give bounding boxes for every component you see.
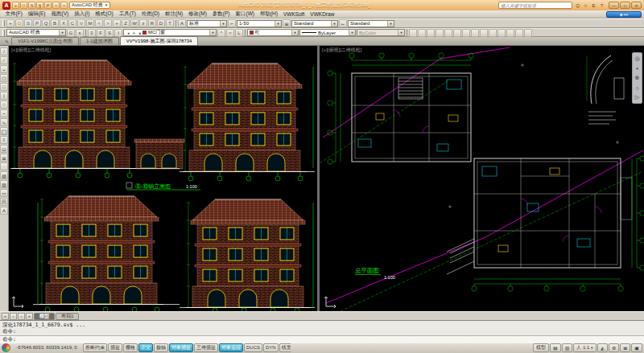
table-style-dropdown[interactable]: Standard▼	[291, 20, 338, 27]
circle-icon[interactable]: ○	[0, 101, 8, 109]
polyline-icon[interactable]: ᴗ	[0, 65, 8, 73]
new-icon[interactable]: +	[12, 2, 19, 9]
command-line-panel[interactable]: 深化178734_1_1_6679.sv$ ... 命令: 命令:	[0, 320, 644, 341]
save-icon[interactable]: S	[24, 19, 32, 27]
color-dropdown[interactable]: 红 ▼	[247, 29, 299, 36]
region-icon[interactable]: ▭	[0, 189, 8, 197]
properties-icon[interactable]: R	[148, 19, 156, 27]
tab-nav-next[interactable]: ›	[18, 313, 25, 320]
undo-icon[interactable]: <	[52, 2, 60, 9]
layer-properties-icon[interactable]: ≡	[88, 29, 96, 37]
toggle-grid[interactable]: 栅格	[123, 343, 138, 352]
quick-calc-icon[interactable]	[462, 29, 470, 37]
close-icon[interactable]: ✕	[631, 2, 642, 9]
viewport-left[interactable]: [+][俯视][二维线框]	[9, 46, 317, 311]
multiline-text-icon[interactable]: A	[0, 207, 8, 215]
menu-insert[interactable]: 插入(I)	[72, 10, 93, 18]
zoom-window-icon[interactable]: W	[130, 19, 138, 27]
ucs-tool-icon[interactable]	[489, 29, 497, 37]
measure-area-icon[interactable]	[436, 29, 444, 37]
exchange-apps-icon[interactable]: E	[590, 2, 597, 9]
save-workspace-icon[interactable]: s	[76, 29, 84, 37]
menu-modify[interactable]: 修改(M)	[186, 10, 210, 18]
annotation-visibility-icon[interactable]: ◭	[597, 343, 608, 352]
model-space-button[interactable]: 模型	[533, 343, 549, 352]
plot-icon[interactable]: P	[44, 2, 52, 9]
plot-icon[interactable]: P	[33, 19, 41, 27]
qnew-icon[interactable]: +	[6, 19, 14, 27]
text-style-icon[interactable]: A	[178, 19, 186, 27]
point-icon[interactable]: ·	[0, 162, 8, 170]
line-icon[interactable]: /	[0, 47, 8, 55]
mark-tool-icon[interactable]	[471, 29, 479, 37]
rectangle-icon[interactable]: □	[0, 83, 8, 91]
annotate-tool-icon[interactable]	[524, 29, 532, 37]
pan-icon[interactable]: +	[634, 64, 642, 72]
new-drawing-icon[interactable]: ✎	[3, 38, 10, 45]
toggle-polar[interactable]: 极轴	[154, 343, 168, 352]
layer-dropdown[interactable]: ● ☀ ∎ MC门窗 ▼	[123, 29, 217, 36]
menu-format[interactable]: 格式(O)	[93, 10, 116, 18]
maximize-icon[interactable]: □	[620, 2, 630, 9]
clean-screen-button[interactable]: ▣	[631, 343, 642, 352]
toggle-snap[interactable]: 捕捉	[108, 343, 122, 352]
mleader-style-icon[interactable]: ⌙	[339, 19, 347, 27]
toggle-infer[interactable]: 推断约束	[83, 343, 107, 352]
menu-file[interactable]: 文件(F)	[2, 10, 25, 18]
toolbar-lock-icon[interactable]: ⊠	[620, 343, 630, 352]
orbit-icon[interactable]: ○	[634, 84, 642, 92]
osnap-settings-icon[interactable]	[480, 29, 488, 37]
save-icon[interactable]: S	[28, 2, 35, 9]
annotation-scale-button[interactable]: 人 1:1▼	[573, 343, 597, 352]
help-icon[interactable]: ?	[598, 2, 605, 9]
navigation-wheel-icon[interactable]: ◎	[634, 55, 642, 63]
list-icon[interactable]	[444, 29, 452, 37]
autocad-logo-icon[interactable]: A	[2, 2, 10, 10]
insert-block-icon[interactable]: ⊡	[0, 145, 8, 153]
layer-filter-icon[interactable]: F	[97, 29, 105, 37]
infocenter-notification[interactable]: ◈ ▪▪▪	[606, 11, 642, 18]
design-center-icon[interactable]: D	[157, 19, 165, 27]
spline-icon[interactable]: ∿	[0, 118, 8, 126]
toggle-ducs[interactable]: DUCS	[244, 343, 262, 352]
menu-parametric[interactable]: 参数(P)	[209, 10, 233, 18]
layer-states-icon[interactable]: S	[105, 29, 114, 37]
make-block-icon[interactable]: ⊞	[0, 154, 8, 162]
toggle-dyn[interactable]: DYN	[263, 343, 279, 352]
measure-distance-icon[interactable]	[427, 29, 435, 37]
menu-tools[interactable]: 工具(T)	[116, 10, 138, 18]
tab-model[interactable]: 模型	[34, 313, 55, 320]
table-icon[interactable]: 田	[0, 198, 8, 206]
menu-dimension[interactable]: 标注(N)	[163, 10, 186, 18]
make-object-layer-current-icon[interactable]: ^	[217, 29, 225, 37]
copy-icon[interactable]: C	[68, 19, 76, 27]
hatch-icon[interactable]: ▨	[0, 171, 8, 179]
ellipse-arc-icon[interactable]: ʕ	[0, 136, 8, 144]
showmotion-icon[interactable]: ▷	[634, 93, 642, 101]
menu-help[interactable]: 帮助(H)	[257, 10, 280, 18]
draw-order-back-icon[interactable]	[418, 29, 426, 37]
tab-nav-prev[interactable]: ‹	[10, 313, 17, 320]
text-style-dropdown[interactable]: 标准▼	[187, 20, 227, 27]
layer-isolate-icon[interactable]: I	[114, 29, 122, 37]
coordinates-readout[interactable]: -67646.6033, 60339.1419, 0	[12, 344, 81, 351]
viewport-right[interactable]: [+][俯视][二维线框]	[320, 46, 644, 311]
render-tool-icon[interactable]	[506, 29, 514, 37]
publish-icon[interactable]: B	[51, 19, 59, 27]
toggle-ortho[interactable]: 正交	[138, 343, 153, 352]
tab-nav-last[interactable]: »	[26, 313, 33, 320]
toggle-3d-osnap[interactable]: 三维捕捉	[194, 343, 218, 352]
open-icon[interactable]: O	[15, 19, 23, 27]
cut-icon[interactable]: X	[60, 19, 68, 27]
pan-realtime-icon[interactable]: +	[113, 19, 121, 27]
open-icon[interactable]: O	[20, 2, 27, 9]
menu-draw[interactable]: 绘图(D)	[139, 10, 163, 18]
zoom-realtime-icon[interactable]: Z	[122, 19, 130, 27]
quick-view-drawings-icon[interactable]: ▥	[562, 343, 573, 352]
toolbar-grip[interactable]	[2, 20, 5, 27]
menu-edit[interactable]: 编辑(E)	[25, 10, 48, 18]
toggle-otrack[interactable]: 对象追踪	[219, 343, 243, 352]
tab-layout1[interactable]: 布局1	[56, 313, 79, 320]
dim-style-icon[interactable]: ⌐	[228, 19, 236, 27]
quick-view-layouts-icon[interactable]: ▤	[550, 343, 561, 352]
